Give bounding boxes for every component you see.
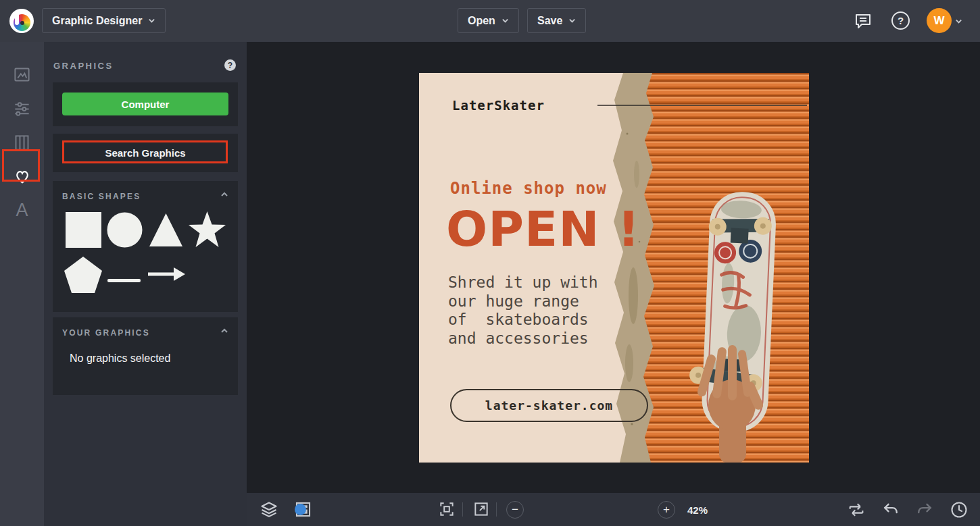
app-title: Graphic Designer — [52, 15, 142, 27]
poster-body-line: Shred it up with — [448, 273, 598, 292]
columns-icon — [13, 134, 31, 152]
chevron-down-icon — [568, 17, 576, 24]
history-icon[interactable] — [950, 500, 969, 522]
befunky-logo[interactable] — [9, 9, 34, 33]
shape-pentagon[interactable] — [64, 257, 102, 296]
divider — [462, 502, 463, 517]
open-new-window-icon[interactable] — [472, 500, 490, 521]
computer-upload-card: Computer — [53, 82, 238, 126]
basic-shapes-card: BASIC SHAPES — [53, 181, 238, 312]
sidebar-item-text[interactable]: A — [0, 193, 44, 227]
heart-icon — [13, 167, 32, 186]
fit-screen-icon[interactable] — [438, 500, 456, 521]
undo-icon[interactable] — [881, 500, 900, 522]
redo-icon[interactable] — [915, 500, 934, 522]
sidebar-item-templates[interactable] — [0, 126, 44, 159]
search-graphics-card: Search Graphics — [53, 134, 238, 172]
help-glyph: ? — [228, 61, 232, 70]
poster-body-line: of skateboards — [448, 311, 598, 330]
panel-title: GRAPHICS — [53, 61, 114, 71]
open-button[interactable]: Open — [458, 8, 519, 33]
collapse-chevron-up-icon[interactable] — [220, 327, 228, 335]
compare-icon[interactable] — [847, 500, 866, 522]
shape-star[interactable] — [188, 211, 226, 252]
shape-square[interactable] — [66, 212, 101, 251]
shape-line[interactable] — [107, 273, 141, 285]
zoom-in-button[interactable]: + — [658, 501, 675, 519]
sidebar-item-edit[interactable] — [0, 92, 44, 126]
logo-center-dot — [20, 21, 24, 25]
your-graphics-title: YOUR GRAPHICS — [62, 328, 150, 338]
poster-body-line: and accessories — [448, 330, 598, 348]
help-glyph: ? — [891, 11, 910, 30]
zoom-percent: 42% — [687, 504, 708, 516]
graphics-panel: GRAPHICS ? Computer Search Graphics BASI… — [44, 42, 247, 526]
collapse-chevron-up-icon[interactable] — [220, 190, 228, 199]
poster-website-text: later-skater.com — [485, 398, 613, 413]
your-graphics-card: YOUR GRAPHICS No graphics selected — [53, 317, 238, 395]
help-icon[interactable]: ? — [891, 11, 910, 33]
chevron-down-icon — [501, 17, 509, 24]
app-switcher-button[interactable]: Graphic Designer — [42, 8, 166, 33]
zoom-slider-thumb[interactable] — [295, 504, 306, 515]
shape-circle[interactable] — [107, 212, 143, 251]
poster-tagline-text[interactable]: Online shop now — [450, 179, 607, 198]
poster-brand-text[interactable]: LaterSkater — [452, 98, 545, 113]
sidebar-item-image-manager[interactable] — [0, 57, 44, 91]
text-a-icon: A — [16, 200, 28, 221]
zoom-out-button[interactable]: − — [506, 501, 524, 519]
save-button[interactable]: Save — [527, 8, 586, 33]
layers-icon[interactable] — [260, 500, 278, 522]
chevron-down-icon — [148, 17, 155, 24]
logo-stem — [15, 10, 19, 25]
avatar-initial: W — [933, 14, 944, 28]
tool-rail: A — [0, 42, 44, 526]
avatar[interactable]: W — [927, 8, 952, 33]
account-chevron-down-icon[interactable] — [955, 18, 962, 25]
panel-help-icon[interactable]: ? — [224, 59, 236, 71]
computer-button[interactable]: Computer — [62, 93, 228, 115]
divider — [496, 502, 497, 517]
your-graphics-empty-text: No graphics selected — [70, 352, 170, 365]
sidebar-item-graphics[interactable] — [0, 159, 44, 193]
shape-arrow[interactable] — [148, 265, 185, 286]
search-graphics-button[interactable]: Search Graphics — [62, 141, 228, 164]
save-label: Save — [537, 15, 562, 27]
image-icon — [13, 65, 31, 84]
canvas-area[interactable]: LaterSkater Online shop now OPEN ! Shred… — [247, 42, 980, 493]
poster-headline-text[interactable]: OPEN ! — [446, 204, 640, 255]
bottom-toolbar: − + 42% — [247, 493, 980, 526]
poster-website-pill[interactable]: later-skater.com — [450, 389, 648, 422]
poster-body-line: our huge range — [448, 292, 598, 311]
sliders-icon — [13, 100, 31, 118]
feedback-chat-icon[interactable] — [852, 10, 874, 34]
open-label: Open — [468, 15, 495, 27]
shape-triangle[interactable] — [148, 212, 184, 251]
basic-shapes-title: BASIC SHAPES — [62, 192, 141, 201]
design-poster[interactable]: LaterSkater Online shop now OPEN ! Shred… — [419, 73, 809, 463]
top-bar: Graphic Designer Open Save ? W — [0, 0, 980, 42]
poster-body-text[interactable]: Shred it up with our huge range of skate… — [448, 273, 598, 348]
